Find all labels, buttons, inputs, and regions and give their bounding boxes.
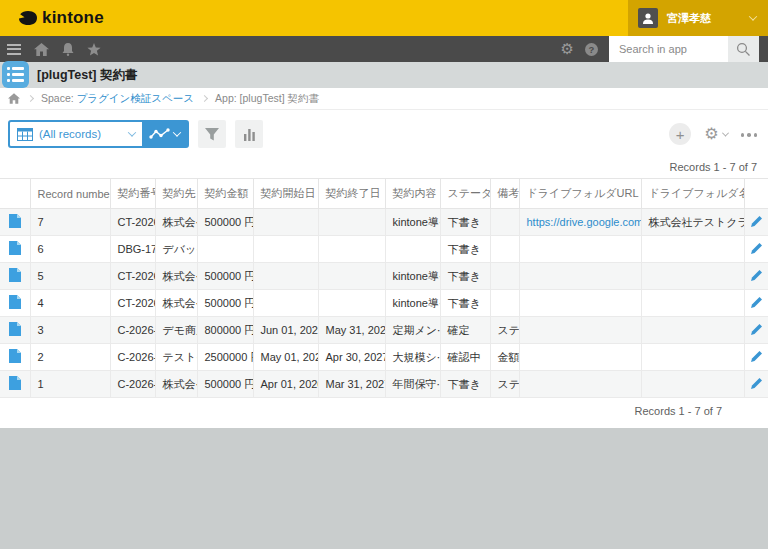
cell-contract-number: C-2026-0⋯ bbox=[110, 317, 155, 344]
record-link-cell[interactable] bbox=[0, 317, 30, 344]
column-header-drive-folder-name[interactable]: ドライブフォルダ名 bbox=[641, 179, 744, 209]
breadcrumb-app-label: App: [plugTest] 契約書 bbox=[215, 92, 319, 106]
toolbar-left-icons bbox=[0, 43, 101, 56]
table-view-icon bbox=[17, 128, 33, 141]
column-header-contract-content[interactable]: 契約内容 bbox=[385, 179, 440, 209]
cell-contract-party: 株式会⋯ bbox=[155, 371, 197, 398]
app-settings-button[interactable]: ⚙ bbox=[704, 126, 727, 142]
edit-record-button[interactable] bbox=[744, 236, 768, 263]
column-header-contract-end-date[interactable]: 契約終了日 bbox=[318, 179, 385, 209]
add-record-button[interactable]: + bbox=[669, 123, 691, 145]
pencil-icon bbox=[750, 296, 763, 309]
cell-status: 下書き bbox=[440, 236, 490, 263]
cell-drive-folder-name bbox=[641, 317, 744, 344]
user-menu[interactable]: 宮澤孝慈 bbox=[628, 0, 768, 36]
table-row: 2 C-2026-0⋯ テスト⋯ 2500000 円 May 01, 2026 … bbox=[0, 344, 768, 371]
column-header-status[interactable]: ステータス bbox=[440, 179, 490, 209]
column-header-contract-party[interactable]: 契約先 bbox=[155, 179, 197, 209]
cell-remarks bbox=[490, 236, 519, 263]
notifications-bell-icon[interactable] bbox=[62, 43, 74, 56]
view-select-dropdown[interactable]: (All records) bbox=[10, 122, 142, 146]
document-icon bbox=[9, 214, 21, 228]
pencil-icon bbox=[750, 269, 763, 282]
chart-view-toggle[interactable] bbox=[142, 122, 187, 146]
table-row: 7 CT-2026-⋯ 株式会⋯ 500000 円 kintone導⋯ 下書き … bbox=[0, 209, 768, 236]
cell-record-number: 3 bbox=[30, 317, 110, 344]
cell-drive-folder-url[interactable]: https://drive.google.com/⋯ bbox=[519, 209, 641, 236]
app-list-icon[interactable] bbox=[2, 61, 29, 88]
edit-record-button[interactable] bbox=[744, 209, 768, 236]
record-link-cell[interactable] bbox=[0, 290, 30, 317]
cell-remarks bbox=[490, 290, 519, 317]
search-input[interactable] bbox=[609, 36, 728, 62]
cell-contract-start-date bbox=[253, 209, 318, 236]
filter-button[interactable] bbox=[198, 120, 226, 148]
cell-contract-end-date bbox=[318, 209, 385, 236]
column-header-contract-number[interactable]: 契約番号 bbox=[110, 179, 155, 209]
chart-button[interactable] bbox=[235, 120, 263, 148]
view-selector: (All records) bbox=[8, 120, 189, 148]
global-header: kintone 宮澤孝慈 bbox=[0, 0, 768, 36]
settings-gear-icon[interactable]: ⚙ bbox=[561, 42, 574, 57]
cell-drive-folder-url bbox=[519, 371, 641, 398]
cell-record-number: 4 bbox=[30, 290, 110, 317]
edit-record-button[interactable] bbox=[744, 263, 768, 290]
document-icon bbox=[9, 241, 21, 255]
search-button[interactable] bbox=[728, 36, 759, 62]
line-chart-icon bbox=[149, 128, 170, 140]
table-row: 5 CT-2026-⋯ 株式会⋯ 500000 円 kintone導⋯ 下書き bbox=[0, 263, 768, 290]
cell-contract-start-date: Apr 01, 2026 bbox=[253, 371, 318, 398]
edit-record-button[interactable] bbox=[744, 317, 768, 344]
edit-record-button[interactable] bbox=[744, 344, 768, 371]
breadcrumb-home-icon[interactable] bbox=[8, 93, 20, 104]
favorites-star-icon[interactable] bbox=[87, 43, 101, 56]
cell-contract-number: CT-2026-⋯ bbox=[110, 263, 155, 290]
more-options-button[interactable] bbox=[741, 131, 758, 137]
column-header-contract-start-date[interactable]: 契約開始日 bbox=[253, 179, 318, 209]
column-header-drive-folder-url[interactable]: ドライブフォルダURL bbox=[519, 179, 641, 209]
cell-record-number: 7 bbox=[30, 209, 110, 236]
cell-contract-party: デバッ⋯ bbox=[155, 236, 197, 263]
chevron-down-icon bbox=[128, 128, 136, 136]
cell-contract-start-date bbox=[253, 290, 318, 317]
cell-remarks: 金額⋯ bbox=[490, 344, 519, 371]
record-link-cell[interactable] bbox=[0, 344, 30, 371]
kintone-logo[interactable]: kintone bbox=[0, 8, 104, 28]
document-icon bbox=[9, 268, 21, 282]
breadcrumb-separator-icon bbox=[27, 95, 34, 102]
breadcrumb: Space: プラグイン検証スペース App: [plugTest] 契約書 bbox=[0, 88, 768, 110]
table-row: 6 DBG-177⋯ デバッ⋯ 下書き bbox=[0, 236, 768, 263]
cell-contract-number: C-2026-0⋯ bbox=[110, 344, 155, 371]
column-header-contract-amount[interactable]: 契約金額 bbox=[197, 179, 253, 209]
edit-record-button[interactable] bbox=[744, 371, 768, 398]
pencil-icon bbox=[750, 215, 763, 228]
breadcrumb-space-link[interactable]: プラグイン検証スペース bbox=[77, 92, 194, 104]
app-title: [plugTest] 契約書 bbox=[37, 67, 137, 84]
hamburger-menu-icon[interactable] bbox=[7, 44, 21, 55]
home-icon[interactable] bbox=[34, 43, 49, 56]
cell-contract-content: kintone導⋯ bbox=[385, 209, 440, 236]
record-link-cell[interactable] bbox=[0, 236, 30, 263]
cell-record-number: 2 bbox=[30, 344, 110, 371]
document-icon bbox=[9, 295, 21, 309]
edit-record-button[interactable] bbox=[744, 290, 768, 317]
cell-record-number: 1 bbox=[30, 371, 110, 398]
cell-contract-number: CT-2026-⋯ bbox=[110, 209, 155, 236]
cell-drive-folder-url bbox=[519, 263, 641, 290]
logo-text: kintone bbox=[42, 8, 104, 28]
cell-drive-folder-name bbox=[641, 344, 744, 371]
cell-drive-folder-name bbox=[641, 371, 744, 398]
cell-contract-end-date bbox=[318, 263, 385, 290]
cell-drive-folder-name bbox=[641, 236, 744, 263]
record-link-cell[interactable] bbox=[0, 371, 30, 398]
help-icon[interactable]: ? bbox=[585, 43, 598, 56]
column-header-record-number[interactable]: Record number bbox=[30, 179, 110, 209]
pencil-icon bbox=[750, 350, 763, 363]
record-link-cell[interactable] bbox=[0, 209, 30, 236]
cell-contract-end-date bbox=[318, 290, 385, 317]
record-link-cell[interactable] bbox=[0, 263, 30, 290]
column-header-remarks[interactable]: 備考 bbox=[490, 179, 519, 209]
cell-remarks bbox=[490, 209, 519, 236]
current-view-name: (All records) bbox=[39, 128, 123, 140]
cell-drive-folder-url bbox=[519, 317, 641, 344]
